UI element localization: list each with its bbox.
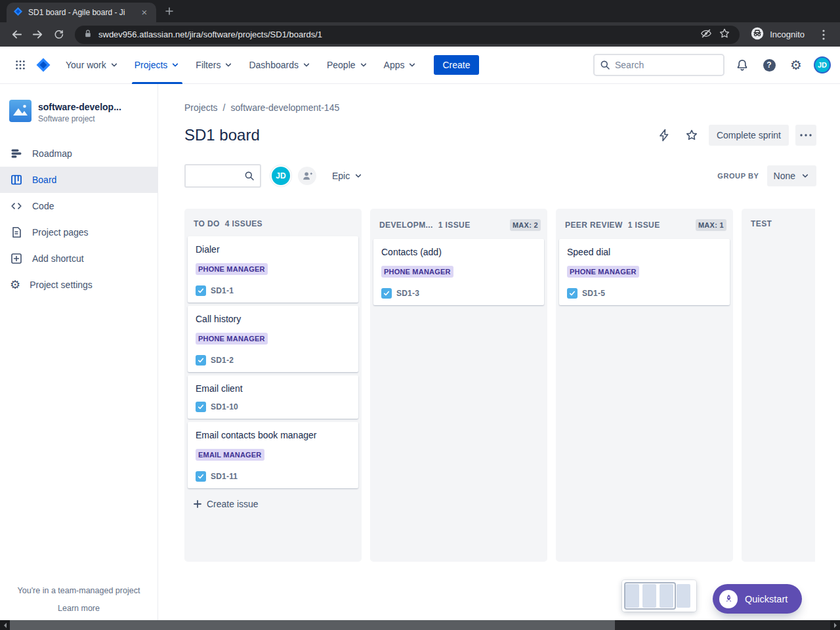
new-tab-button[interactable] (160, 2, 178, 20)
board-scroll-area[interactable]: TO DO 4 ISSUES Dialer PHONE MANAGER SD1-… (184, 209, 815, 562)
help-icon[interactable]: ? (760, 56, 778, 74)
sidebar-item-project-pages[interactable]: Project pages (0, 219, 158, 245)
page-title: SD1 board (184, 126, 260, 144)
task-type-icon (381, 288, 392, 299)
issue-key: SD1-10 (211, 402, 238, 411)
issue-title: Contacts (add) (381, 245, 536, 259)
complete-sprint-button[interactable]: Complete sprint (709, 125, 789, 146)
eye-off-icon[interactable] (700, 28, 712, 42)
url-bar[interactable]: swdev956.atlassian.net/jira/software/pro… (75, 26, 740, 44)
issue-card[interactable]: Speed dial PHONE MANAGER SD1-5 (559, 239, 730, 305)
epic-badge: PHONE MANAGER (196, 263, 268, 275)
issue-key: SD1-2 (211, 356, 234, 365)
learn-more-link[interactable]: Learn more (10, 604, 147, 613)
breadcrumb-project-link[interactable]: software-development-145 (230, 102, 339, 113)
team-managed-note: You're in a team-managed project (10, 586, 147, 595)
bookmark-star-icon[interactable] (719, 28, 730, 42)
column-development: DEVELOPM... 1 ISSUE MAX: 2 Contacts (add… (370, 209, 547, 562)
column-header: TEST (742, 209, 815, 236)
minimap-viewport[interactable] (624, 582, 676, 610)
issue-card[interactable]: Email client SD1-10 (188, 375, 358, 419)
global-search[interactable] (593, 54, 724, 76)
board-search[interactable] (184, 164, 261, 188)
board-search-input[interactable] (191, 171, 244, 181)
issue-card[interactable]: Email contacts book manager EMAIL MANAGE… (188, 422, 358, 488)
column-name: TO DO (194, 219, 220, 228)
nav-label: Filters (196, 60, 220, 70)
chevron-down-icon (110, 60, 119, 70)
scrollbar-thumb[interactable] (10, 620, 615, 630)
insights-lightning-icon[interactable] (654, 125, 675, 146)
project-avatar (9, 100, 32, 125)
epic-filter-dropdown[interactable]: Epic (332, 171, 363, 181)
quickstart-rocket-icon (719, 590, 738, 608)
horizontal-scrollbar[interactable] (0, 620, 840, 630)
scroll-left-arrow[interactable] (0, 620, 10, 630)
issue-title: Call history (196, 312, 350, 326)
group-by-dropdown[interactable]: None (767, 165, 816, 186)
tab-title: SD1 board - Agile board - Ji (28, 8, 134, 17)
sidebar-item-add-shortcut[interactable]: Add shortcut (0, 245, 158, 272)
settings-gear-icon[interactable]: ⚙ (787, 56, 805, 74)
scroll-right-arrow[interactable] (830, 620, 840, 630)
issue-card[interactable]: Contacts (add) PHONE MANAGER SD1-3 (373, 239, 544, 305)
create-button[interactable]: Create (434, 55, 478, 75)
user-avatar[interactable]: JD (814, 56, 831, 74)
column-max-badge: MAX: 1 (696, 219, 726, 231)
chevron-down-icon (354, 171, 363, 180)
app-switcher-icon[interactable] (9, 54, 32, 76)
add-people-icon[interactable] (297, 165, 318, 186)
project-name: software-develop... (38, 102, 121, 112)
issue-card[interactable]: Call history PHONE MANAGER SD1-2 (188, 306, 358, 372)
issue-title: Dialer (196, 243, 350, 256)
column-max-badge: MAX: 2 (510, 219, 541, 231)
star-board-icon[interactable] (681, 125, 702, 146)
epic-filter-label: Epic (332, 171, 350, 181)
column-header: TO DO 4 ISSUES (184, 209, 362, 236)
quickstart-label: Quickstart (745, 594, 788, 604)
breadcrumb-separator: / (223, 102, 226, 113)
notifications-bell-icon[interactable] (733, 56, 751, 74)
group-by-value: None (774, 171, 795, 181)
chevron-down-icon (302, 60, 311, 70)
chevron-down-icon (801, 171, 810, 180)
browser-tab[interactable]: SD1 board - Agile board - Ji × (7, 3, 156, 22)
create-issue-button[interactable]: Create issue (188, 494, 358, 514)
forward-button[interactable] (28, 25, 47, 45)
board-minimap[interactable] (622, 580, 696, 612)
sidebar-item-project-settings[interactable]: ⚙ Project settings (0, 272, 158, 298)
column-name: TEST (751, 219, 772, 228)
app-header: Your work Projects Filters Dashboards Pe… (0, 47, 840, 84)
plus-icon (193, 499, 202, 509)
sidebar-item-code[interactable]: Code (0, 193, 158, 219)
nav-apps[interactable]: Apps (376, 47, 425, 84)
nav-people[interactable]: People (319, 47, 376, 84)
reload-button[interactable] (49, 25, 68, 45)
board-more-icon[interactable] (795, 125, 816, 146)
epic-badge: PHONE MANAGER (381, 266, 453, 278)
back-button[interactable] (7, 25, 26, 45)
issue-card[interactable]: Dialer PHONE MANAGER SD1-1 (188, 236, 358, 303)
column-header: PEER REVIEW 1 ISSUE MAX: 1 (556, 209, 733, 239)
chevron-down-icon (171, 60, 180, 70)
project-sidebar: software-develop... Software project Roa… (0, 84, 158, 630)
global-search-input[interactable] (615, 60, 718, 70)
nav-dashboards[interactable]: Dashboards (241, 47, 319, 84)
sidebar-item-board[interactable]: Board (0, 167, 158, 193)
browser-menu-icon[interactable] (814, 25, 833, 45)
search-icon (244, 171, 255, 181)
sidebar-item-roadmap[interactable]: Roadmap (0, 140, 158, 167)
sidebar-item-label: Project settings (30, 280, 93, 290)
nav-projects[interactable]: Projects (127, 47, 188, 84)
jira-logo-icon[interactable] (35, 57, 51, 73)
column-name: PEER REVIEW (565, 220, 623, 230)
member-avatar[interactable]: JD (270, 165, 291, 186)
gear-icon: ⚙ (10, 279, 20, 291)
quickstart-button[interactable]: Quickstart (713, 584, 802, 614)
nav-label: Dashboards (249, 60, 299, 70)
tab-close-icon[interactable]: × (139, 7, 150, 18)
nav-label: Apps (384, 60, 405, 70)
nav-filters[interactable]: Filters (188, 47, 241, 84)
nav-your-work[interactable]: Your work (58, 47, 127, 84)
breadcrumb-projects-link[interactable]: Projects (184, 102, 218, 113)
